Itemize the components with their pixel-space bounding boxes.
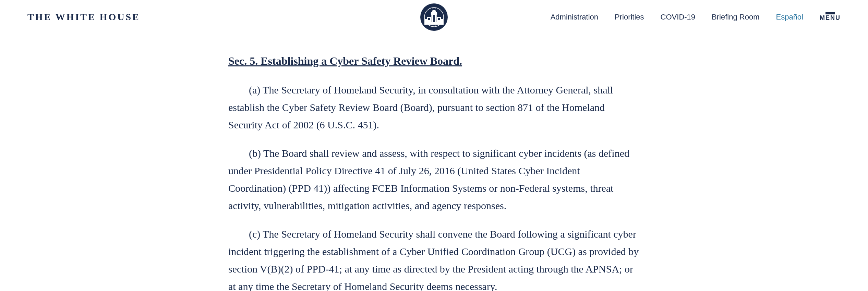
nav-espanol[interactable]: Español — [776, 13, 803, 22]
svg-text:★ ★ ★ ★ ★: ★ ★ ★ ★ ★ — [430, 7, 438, 9]
white-house-logo: ★ ★ ★ ★ ★ ★ ★ ★ ★ ★ — [420, 3, 448, 31]
menu-button[interactable]: MENU — [820, 12, 841, 22]
site-header: THE WHITE HOUSE — [0, 0, 868, 34]
svg-point-13 — [434, 9, 434, 10]
svg-rect-9 — [438, 18, 440, 20]
paragraph-c: (c) The Secretary of Homeland Security s… — [228, 225, 640, 291]
logo-container[interactable]: ★ ★ ★ ★ ★ ★ ★ ★ ★ ★ — [420, 3, 448, 31]
paragraph-a: (a) The Secretary of Homeland Security, … — [228, 81, 640, 134]
svg-rect-8 — [428, 18, 430, 20]
svg-rect-4 — [434, 15, 435, 22]
svg-point-7 — [432, 10, 436, 13]
paragraph-b: (b) The Board shall review and assess, w… — [228, 144, 640, 214]
white-house-icon: ★ ★ ★ ★ ★ ★ ★ ★ ★ ★ — [424, 7, 444, 27]
menu-label: MENU — [820, 14, 841, 22]
section-heading: Sec. 5. Establishing a Cyber Safety Revi… — [228, 55, 640, 67]
nav-covid19[interactable]: COVID-19 — [661, 13, 695, 22]
svg-rect-3 — [433, 15, 434, 22]
svg-rect-5 — [436, 15, 436, 22]
svg-text:★ ★ ★ ★ ★: ★ ★ ★ ★ ★ — [430, 25, 438, 27]
main-content: Sec. 5. Establishing a Cyber Safety Revi… — [194, 34, 674, 291]
nav-administration[interactable]: Administration — [551, 13, 598, 22]
svg-rect-2 — [432, 15, 432, 22]
nav-briefing-room[interactable]: Briefing Room — [712, 13, 759, 22]
site-title: THE WHITE HOUSE — [27, 12, 140, 23]
nav-priorities[interactable]: Priorities — [615, 13, 644, 22]
main-nav: Administration Priorities COVID-19 Brief… — [551, 12, 841, 22]
